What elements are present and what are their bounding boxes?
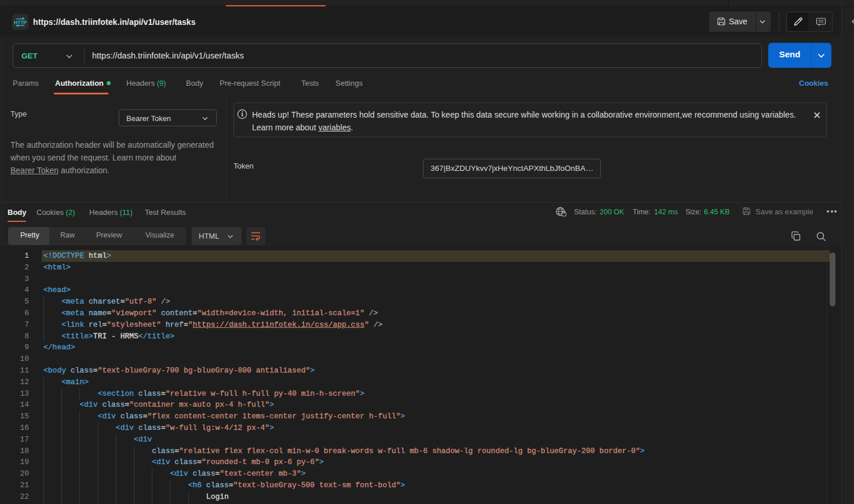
svg-text:HTTP: HTTP [14, 20, 27, 25]
svg-text:i: i [241, 111, 243, 118]
